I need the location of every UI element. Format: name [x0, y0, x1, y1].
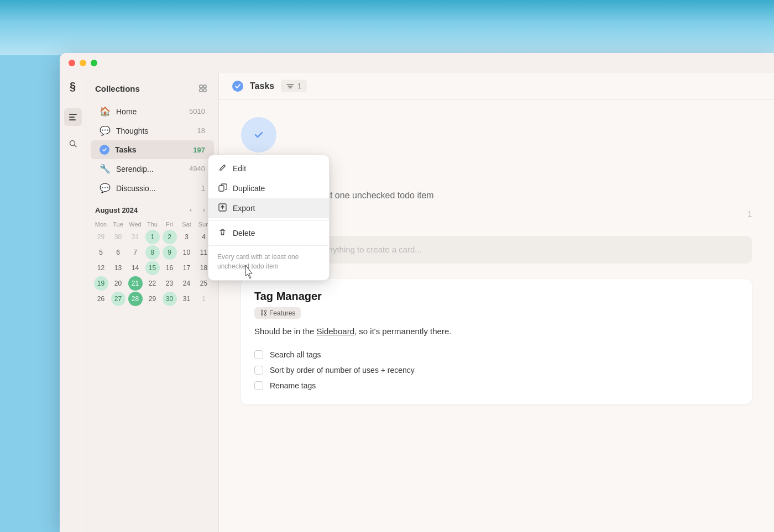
cal-header-sat: Sat	[179, 220, 195, 229]
cal-day-today[interactable]: 21	[128, 276, 143, 291]
context-menu-edit[interactable]: Edit	[208, 159, 329, 178]
svg-rect-0	[69, 114, 77, 115]
app-logo: §	[64, 77, 82, 95]
collection-stats-num: 1	[747, 209, 752, 218]
sidebar-item-label: Thoughts	[116, 127, 192, 135]
outline-view-button[interactable]	[64, 108, 82, 126]
context-menu-export[interactable]: Export	[208, 198, 329, 218]
cal-day[interactable]: 24	[180, 276, 194, 291]
cal-day[interactable]: 26	[94, 292, 108, 306]
cal-day[interactable]: 2	[163, 230, 177, 244]
filter-button[interactable]: 1	[281, 80, 307, 92]
trash-icon	[217, 228, 227, 238]
thoughts-icon: 💬	[100, 125, 111, 136]
home-icon: 🏠	[100, 106, 111, 117]
sidebar-item-label: Discussio...	[116, 184, 196, 193]
cal-day[interactable]: 10	[180, 245, 194, 260]
cal-day[interactable]: 8	[145, 245, 160, 260]
export-label: Export	[233, 204, 255, 213]
edit-label: Edit	[233, 164, 246, 173]
close-button[interactable]	[69, 60, 75, 66]
cal-day[interactable]: 17	[180, 261, 194, 275]
minimize-button[interactable]	[80, 60, 86, 66]
todo-text-2: Sort by order of number of uses + recenc…	[270, 366, 415, 375]
discussions-icon: 💬	[100, 183, 111, 193]
sidebar: Collections 🏠 Home 5010 💬	[86, 73, 219, 532]
card-tag-manager: Tag Manager ⛓ Features Should be in the …	[241, 279, 752, 404]
cal-day[interactable]: 30	[111, 230, 125, 244]
duplicate-label: Duplicate	[233, 184, 265, 193]
sidebar-item-label: Tasks	[115, 145, 187, 154]
cal-day[interactable]: 3	[180, 230, 194, 244]
sidebar-item-home[interactable]: 🏠 Home 5010	[91, 102, 214, 121]
cal-day[interactable]: 23	[163, 276, 177, 291]
title-bar	[60, 53, 774, 73]
card-title: Tag Manager	[254, 290, 739, 303]
sidebar-item-discussions[interactable]: 💬 Discussio... 1	[91, 178, 214, 198]
cal-header-mon: Mon	[93, 220, 109, 229]
svg-rect-5	[200, 85, 202, 88]
sidebar-header: Collections	[86, 77, 218, 102]
cal-day[interactable]: 14	[128, 261, 143, 275]
svg-rect-7	[200, 89, 202, 92]
todo-checkbox-1[interactable]	[254, 350, 263, 359]
cal-day[interactable]: 22	[145, 276, 160, 291]
filter-count: 1	[297, 82, 301, 90]
cal-header-wed: Wed	[127, 220, 143, 229]
cal-day[interactable]: 6	[111, 245, 125, 260]
cal-day[interactable]: 15	[145, 261, 160, 275]
maximize-button[interactable]	[91, 60, 97, 66]
sidebar-item-label: Serendip...	[116, 165, 184, 173]
todo-text-3: Rename tags	[270, 381, 316, 390]
sidebar-item-count: 5010	[189, 107, 205, 115]
cal-day[interactable]: 5	[94, 245, 108, 260]
todo-checkbox-3[interactable]	[254, 381, 263, 390]
collection-title: Tasks	[250, 81, 274, 91]
cal-day[interactable]: 31	[180, 292, 194, 306]
cal-day[interactable]: 27	[111, 292, 125, 306]
sidebar-item-count: 197	[193, 146, 205, 154]
cal-day[interactable]: 19	[94, 276, 108, 291]
cal-header-thu: Thu	[144, 220, 160, 229]
cal-day[interactable]: 28	[128, 292, 143, 306]
context-menu-delete[interactable]: Delete	[208, 223, 329, 243]
cal-day[interactable]: 29	[145, 292, 160, 306]
sidebar-title: Collections	[95, 84, 140, 93]
icon-bar: §	[60, 73, 86, 532]
svg-rect-6	[203, 85, 206, 88]
calendar-section: August 2024 ‹ › Mon Tue Wed Thu Fri Sat …	[86, 198, 218, 528]
cal-day[interactable]: 20	[111, 276, 125, 291]
edit-icon	[217, 164, 227, 173]
search-button[interactable]	[64, 135, 82, 152]
todo-item-2: Sort by order of number of uses + recenc…	[254, 362, 739, 378]
cal-day[interactable]: 9	[163, 245, 177, 260]
calendar-grid: Mon Tue Wed Thu Fri Sat Sun 29 30 31 1 2…	[93, 220, 212, 306]
cal-day[interactable]: 1	[197, 292, 211, 306]
cal-day[interactable]: 13	[111, 261, 125, 275]
tag-icon: ⛓	[260, 309, 267, 317]
duplicate-icon	[217, 183, 227, 193]
sidebar-item-label: Home	[116, 107, 184, 116]
todo-text-1: Search all tags	[270, 350, 321, 359]
sidebar-item-thoughts[interactable]: 💬 Thoughts 18	[91, 121, 214, 140]
tag-badge[interactable]: ⛓ Features	[254, 307, 301, 319]
cal-day[interactable]: 30	[163, 292, 177, 306]
cal-day[interactable]: 31	[128, 230, 143, 244]
context-menu-description: Every card with at least one unchecked t…	[208, 248, 329, 277]
sidebar-sync-icon[interactable]	[196, 82, 210, 95]
calendar-month: August 2024	[95, 206, 138, 214]
cal-day[interactable]: 12	[94, 261, 108, 275]
sidebar-item-serendipity[interactable]: 🔧 Serendip... 4940	[91, 159, 214, 178]
todo-item-3: Rename tags	[254, 378, 739, 393]
cal-day[interactable]: 16	[163, 261, 177, 275]
cal-day[interactable]: 7	[128, 245, 143, 260]
cal-day[interactable]: 1	[145, 230, 160, 244]
cal-day[interactable]: 29	[94, 230, 108, 244]
context-menu-duplicate[interactable]: Duplicate	[208, 178, 329, 198]
svg-rect-1	[69, 117, 75, 118]
todo-checkbox-2[interactable]	[254, 366, 263, 375]
sidebar-item-count: 18	[197, 127, 205, 135]
calendar-prev-button[interactable]: ‹	[185, 204, 196, 215]
sidebar-item-tasks[interactable]: Tasks 197	[91, 140, 214, 159]
svg-line-4	[74, 145, 76, 148]
